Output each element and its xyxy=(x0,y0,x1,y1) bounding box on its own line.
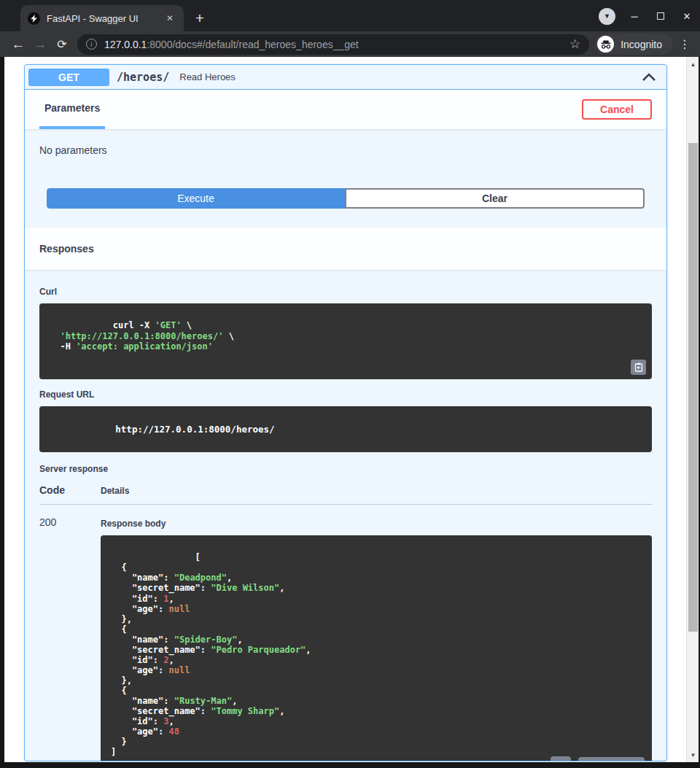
cancel-button[interactable]: Cancel xyxy=(582,99,652,120)
forward-button-icon[interactable]: → xyxy=(29,36,51,53)
server-response-label: Server response xyxy=(39,464,652,474)
response-body-label: Response body xyxy=(101,519,166,529)
browser-titlebar: FastAPI - Swagger UI ✕ + ▼ ─ ✕ xyxy=(0,0,700,31)
window-body: GET /heroes/ Read Heroes Parameters Canc… xyxy=(0,57,700,768)
window-minimize-button[interactable]: ─ xyxy=(627,11,642,22)
http-method-badge: GET xyxy=(28,69,109,86)
url-host: 127.0.0.1 xyxy=(104,39,147,50)
incognito-icon xyxy=(597,36,614,53)
scrollbar-down-icon[interactable]: ▼ xyxy=(687,749,699,761)
bookmark-star-icon[interactable]: ☆ xyxy=(569,36,580,52)
tab-search-icon[interactable]: ▼ xyxy=(599,8,615,25)
parameters-title: Parameters xyxy=(44,102,100,114)
download-button[interactable]: Download xyxy=(578,757,645,761)
collapse-chevron-icon[interactable] xyxy=(642,73,656,82)
copy-curl-icon[interactable] xyxy=(631,360,646,375)
details-column-header: Details xyxy=(101,484,129,496)
responses-title: Responses xyxy=(39,243,94,255)
reload-button-icon[interactable]: ⟳ xyxy=(51,37,73,51)
execute-row: Execute Clear xyxy=(47,188,645,209)
code-column-header: Code xyxy=(39,484,101,496)
endpoint-path: /heroes/ xyxy=(117,71,169,84)
responses-section-header: Responses xyxy=(25,228,666,270)
curl-label: Curl xyxy=(39,287,57,297)
tab-title: FastAPI - Swagger UI xyxy=(47,13,163,24)
incognito-label: Incognito xyxy=(621,39,662,50)
browser-toolbar: ← → ⟳ i 127.0.0.1:8000/docs#/default/rea… xyxy=(0,31,700,57)
copy-response-icon[interactable] xyxy=(551,756,571,761)
swagger-page: GET /heroes/ Read Heroes Parameters Canc… xyxy=(4,57,686,762)
responses-body: Curl curl -X 'GET' \ 'http://127.0.0.1:8… xyxy=(25,270,666,761)
no-parameters-text: No parameters xyxy=(39,144,652,156)
curl-command-block: curl -X 'GET' \ 'http://127.0.0.1:8000/h… xyxy=(39,303,652,379)
response-body-block: [ { "name": "Deadpond", "secret_name": "… xyxy=(101,535,652,761)
browser-menu-icon[interactable]: ⋮ xyxy=(677,37,693,51)
clear-button[interactable]: Clear xyxy=(345,188,645,209)
parameters-tab[interactable]: Parameters xyxy=(39,90,105,129)
scrollbar-up-icon[interactable]: ▲ xyxy=(687,58,699,70)
url-path: :8000/docs#/default/read_heroes_heroes__… xyxy=(147,39,358,50)
curl-command-text: curl -X 'GET' \ 'http://127.0.0.1:8000/h… xyxy=(50,320,234,352)
address-bar[interactable]: i 127.0.0.1:8000/docs#/default/read_hero… xyxy=(77,34,589,55)
execute-button[interactable]: Execute xyxy=(47,188,345,209)
tab-close-icon[interactable]: ✕ xyxy=(163,12,176,25)
back-button-icon[interactable]: ← xyxy=(7,36,29,53)
response-table-header: Code Details xyxy=(39,484,652,505)
window-maximize-button[interactable] xyxy=(653,11,668,22)
browser-tab[interactable]: FastAPI - Swagger UI ✕ xyxy=(20,5,184,31)
fastapi-favicon-icon xyxy=(28,12,40,25)
scrollbar-thumb[interactable] xyxy=(688,143,698,632)
opblock-get-heroes: GET /heroes/ Read Heroes Parameters Canc… xyxy=(24,64,667,761)
request-url-block: http://127.0.0.1:8000/heroes/ xyxy=(39,406,652,452)
request-url-text: http://127.0.0.1:8000/heroes/ xyxy=(115,424,274,435)
response-body-json: [ { "name": "Deadpond", "secret_name": "… xyxy=(111,552,311,757)
new-tab-button[interactable]: + xyxy=(190,8,210,28)
opblock-header[interactable]: GET /heroes/ Read Heroes xyxy=(25,65,666,90)
response-row: 200 Response body [ { "name": "Deadpond"… xyxy=(39,505,652,761)
parameters-section-header: Parameters Cancel xyxy=(25,90,666,129)
parameters-body: No parameters Execute Clear xyxy=(25,129,666,228)
window-close-button[interactable]: ✕ xyxy=(680,11,694,22)
endpoint-summary: Read Heroes xyxy=(179,71,236,82)
incognito-badge: Incognito xyxy=(595,34,672,55)
status-code: 200 xyxy=(39,516,101,761)
request-url-label: Request URL xyxy=(39,389,652,400)
page-info-icon[interactable]: i xyxy=(86,39,97,50)
url-text[interactable]: 127.0.0.1:8000/docs#/default/read_heroes… xyxy=(104,39,564,50)
page-scrollbar[interactable]: ▲ ▼ xyxy=(686,57,699,762)
